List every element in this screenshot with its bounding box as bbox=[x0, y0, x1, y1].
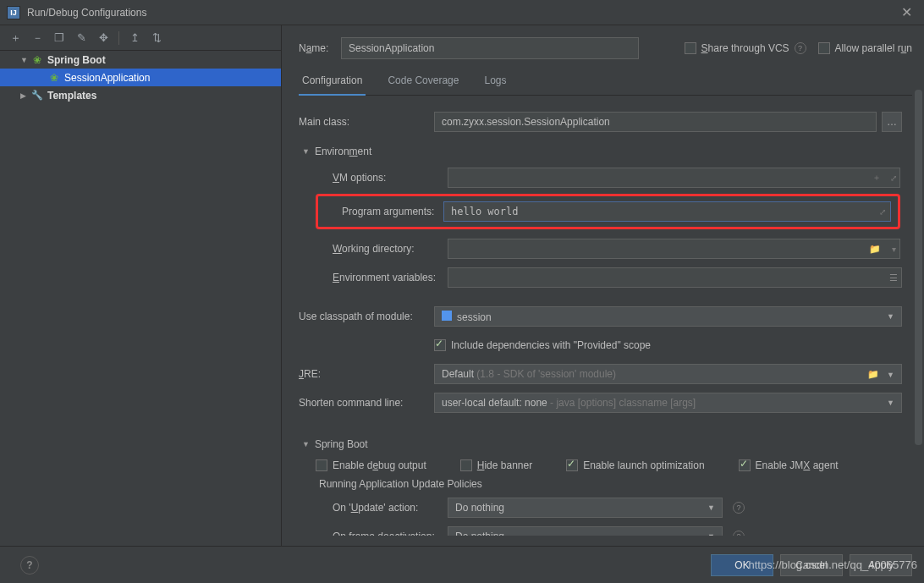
copy-button[interactable]: ❐ bbox=[52, 31, 66, 45]
program-arguments-highlight: Program arguments: ⤢ bbox=[316, 194, 900, 229]
chevron-down-icon: ▼ bbox=[887, 371, 894, 379]
hidebanner-label: Hide banner bbox=[477, 459, 532, 471]
chevron-down-icon: ▼ bbox=[302, 147, 310, 156]
sort-icon[interactable]: ⇅ bbox=[150, 31, 163, 45]
help-icon[interactable]: ? bbox=[733, 531, 745, 536]
vm-options-label: VM options: bbox=[316, 172, 448, 184]
help-icon[interactable]: ? bbox=[733, 502, 745, 514]
launch-optimization-checkbox[interactable]: Enable launch optimization bbox=[566, 459, 704, 471]
launch-opt-label: Enable launch optimization bbox=[583, 459, 704, 471]
parallel-run-checkbox[interactable]: Allow parallel run bbox=[818, 42, 912, 54]
on-update-select[interactable]: Do nothing ▼ bbox=[448, 498, 723, 518]
help-icon[interactable]: ? bbox=[795, 42, 806, 54]
section-label: Environment bbox=[315, 146, 371, 157]
expand-icon[interactable]: ⤢ bbox=[885, 173, 902, 183]
config-toolbar: ＋ － ❐ ✎ ✥ ↥ ⇅ bbox=[0, 25, 281, 51]
name-input[interactable] bbox=[341, 37, 639, 59]
ok-button[interactable]: OK bbox=[711, 554, 773, 576]
on-frame-select[interactable]: Do nothing ▼ bbox=[448, 526, 723, 536]
program-arguments-input[interactable] bbox=[443, 201, 891, 222]
browse-button[interactable]: … bbox=[882, 112, 902, 132]
on-update-label: On 'Update' action: bbox=[316, 502, 448, 514]
shorten-select[interactable]: user-local default: none - java [options… bbox=[434, 393, 902, 413]
help-button[interactable]: ? bbox=[20, 556, 39, 575]
section-spring-boot[interactable]: ▼ Spring Boot bbox=[299, 432, 902, 456]
provided-label: Include dependencies with "Provided" sco… bbox=[451, 339, 651, 351]
plus-icon[interactable]: ＋ bbox=[868, 172, 885, 184]
debug-label: Enable debug output bbox=[333, 459, 426, 471]
classpath-select[interactable]: session ▼ bbox=[434, 306, 902, 327]
tree-label: Templates bbox=[47, 90, 96, 102]
checkbox-icon bbox=[460, 459, 472, 471]
folder-up-icon[interactable]: ↥ bbox=[128, 31, 141, 45]
module-icon bbox=[442, 311, 452, 321]
shorten-label: Shorten command line: bbox=[299, 397, 434, 409]
classpath-value: session bbox=[457, 311, 492, 323]
chevron-down-icon: ▼ bbox=[20, 56, 29, 64]
on-update-value: Do nothing bbox=[455, 502, 504, 514]
shorten-hint: - java [options] classname [args] bbox=[547, 397, 696, 409]
checkbox-icon bbox=[818, 42, 830, 54]
expand-icon[interactable]: ⤢ bbox=[874, 207, 891, 217]
edit-button[interactable]: ✎ bbox=[74, 31, 88, 45]
section-environment[interactable]: ▼ Environment bbox=[299, 140, 902, 163]
tree-label: SessionApplication bbox=[64, 72, 150, 84]
section-label: Spring Boot bbox=[315, 438, 368, 450]
shorten-value: user-local default: none bbox=[442, 397, 547, 409]
folder-icon[interactable]: 📁 bbox=[866, 244, 883, 255]
apply-button[interactable]: Apply bbox=[850, 554, 912, 576]
cancel-button[interactable]: Cancel bbox=[780, 554, 843, 576]
on-frame-label: On frame deactivation: bbox=[316, 531, 448, 536]
app-icon: IJ bbox=[7, 6, 20, 19]
wrench-icon[interactable]: ✥ bbox=[96, 31, 110, 45]
tab-configuration[interactable]: Configuration bbox=[299, 68, 366, 95]
wrench-icon: 🔧 bbox=[30, 89, 44, 102]
checkbox-icon bbox=[739, 459, 751, 471]
right-pane: Name: Share through VCS ? Allow parallel… bbox=[282, 25, 924, 546]
tree-label: Spring Boot bbox=[47, 54, 106, 66]
enable-debug-checkbox[interactable]: Enable debug output bbox=[316, 459, 426, 471]
chevron-down-icon: ▼ bbox=[707, 503, 715, 512]
list-icon[interactable]: ☰ bbox=[885, 272, 902, 283]
jre-label: JRE: bbox=[299, 368, 434, 380]
chevron-right-icon: ▶ bbox=[20, 91, 29, 100]
tree-node-spring-boot[interactable]: ▼ ❀ Spring Boot bbox=[0, 51, 281, 69]
policies-title: Running Application Update Policies bbox=[319, 478, 902, 490]
remove-button[interactable]: － bbox=[30, 31, 44, 45]
tab-code-coverage[interactable]: Code Coverage bbox=[384, 68, 462, 95]
jre-select[interactable]: Default (1.8 - SDK of 'session' module) … bbox=[434, 364, 902, 384]
tabs: Configuration Code Coverage Logs bbox=[299, 68, 912, 96]
jmx-agent-checkbox[interactable]: Enable JMX agent bbox=[739, 459, 839, 471]
chevron-down-icon[interactable]: ▾ bbox=[885, 245, 902, 254]
scrollbar[interactable] bbox=[915, 90, 922, 546]
vm-options-input[interactable] bbox=[448, 168, 900, 188]
jre-hint: (1.8 - SDK of 'session' module) bbox=[474, 368, 616, 380]
footer: ? OK Cancel Apply bbox=[0, 546, 924, 583]
jmx-label: Enable JMX agent bbox=[756, 459, 839, 471]
config-tree: ▼ ❀ Spring Boot ❀ SessionApplication ▶ 🔧… bbox=[0, 51, 281, 546]
dialog-title: Run/Debug Configurations bbox=[27, 7, 896, 19]
share-label: Share through VCS bbox=[701, 42, 789, 54]
checkbox-icon bbox=[566, 459, 578, 471]
tree-node-templates[interactable]: ▶ 🔧 Templates bbox=[0, 86, 281, 104]
tree-node-session-application[interactable]: ❀ SessionApplication bbox=[0, 69, 281, 86]
spring-icon: ❀ bbox=[47, 71, 61, 85]
working-directory-input[interactable] bbox=[448, 239, 900, 259]
env-variables-label: Environment variables: bbox=[316, 272, 448, 283]
tab-logs[interactable]: Logs bbox=[481, 68, 509, 95]
provided-scope-checkbox[interactable]: Include dependencies with "Provided" sco… bbox=[434, 339, 651, 351]
parallel-label: Allow parallel run bbox=[835, 42, 912, 54]
form-area: Main class: … ▼ Environment VM options: … bbox=[299, 96, 912, 536]
titlebar: IJ Run/Debug Configurations ✕ bbox=[0, 0, 924, 25]
folder-icon: 📁 bbox=[867, 369, 879, 379]
share-vcs-checkbox[interactable]: Share through VCS ? bbox=[685, 42, 806, 54]
toolbar-separator bbox=[118, 31, 119, 45]
main-class-input[interactable] bbox=[434, 112, 877, 132]
close-icon[interactable]: ✕ bbox=[896, 4, 917, 20]
jre-value: Default bbox=[442, 368, 474, 380]
main-class-label: Main class: bbox=[299, 116, 434, 128]
hide-banner-checkbox[interactable]: Hide banner bbox=[460, 459, 532, 471]
name-label: Name: bbox=[299, 42, 341, 54]
add-button[interactable]: ＋ bbox=[8, 31, 22, 45]
env-variables-input[interactable] bbox=[448, 267, 902, 288]
